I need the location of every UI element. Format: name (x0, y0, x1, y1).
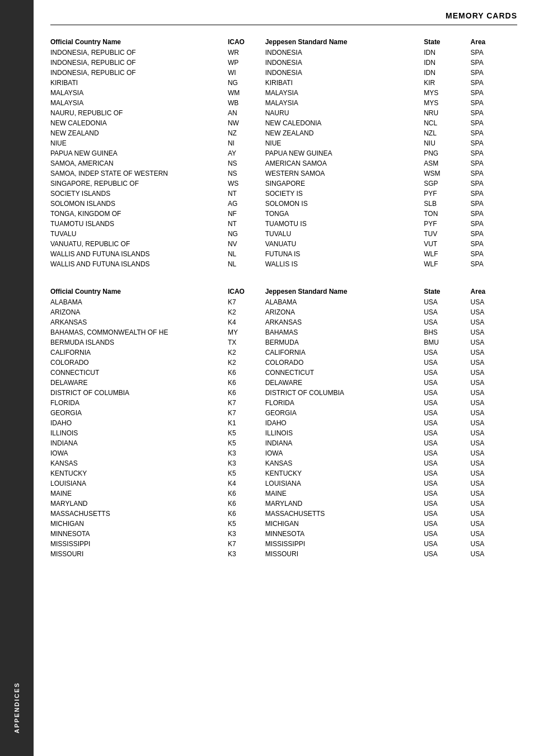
table-row: MASSACHUSETTS K6 MASSACHUSETTS USA USA (50, 509, 517, 519)
cell-country: WALLIS AND FUTUNA ISLANDS (50, 259, 228, 269)
cell-area: SPA (471, 199, 517, 209)
cell-icao: NI (228, 138, 265, 148)
cell-jeppesen: NAURU (265, 108, 424, 118)
cell-area: SPA (471, 68, 517, 78)
cell-state: IDN (424, 68, 470, 78)
cell-state: WSM (424, 168, 470, 179)
cell-state: USA (424, 378, 470, 388)
table-row: MISSOURI K3 MISSOURI USA USA (50, 549, 517, 559)
cell-country: TONGA, KINGDOM OF (50, 209, 228, 219)
cell-country: SOLOMON ISLANDS (50, 199, 228, 209)
cell-area: USA (471, 539, 517, 549)
cell-state: USA (424, 438, 470, 448)
table-row: PAPUA NEW GUINEA AY PAPUA NEW GUINEA PNG… (50, 148, 517, 158)
cell-jeppesen: MINNESOTA (265, 529, 424, 539)
section1-table: Official Country Name ICAO Jeppesen Stan… (50, 36, 517, 269)
table-row: MINNESOTA K3 MINNESOTA USA USA (50, 529, 517, 539)
cell-state: TON (424, 209, 470, 219)
cell-area: USA (471, 438, 517, 448)
table-row: SAMOA, INDEP STATE OF WESTERN NS WESTERN… (50, 168, 517, 179)
col2-header-icao: ICAO (228, 286, 265, 297)
cell-area: USA (471, 348, 517, 358)
cell-area: USA (471, 489, 517, 499)
col-header-area: Area (471, 36, 517, 48)
cell-icao: K7 (228, 297, 265, 307)
table-row: SAMOA, AMERICAN NS AMERICAN SAMOA ASM SP… (50, 158, 517, 168)
cell-icao: K5 (228, 519, 265, 529)
cell-country: SOCIETY ISLANDS (50, 189, 228, 199)
cell-icao: K5 (228, 468, 265, 478)
cell-area: SPA (471, 108, 517, 118)
cell-country: COLORADO (50, 358, 228, 368)
page-container: APPENDICES MEMORY CARDS Official Country… (0, 0, 534, 756)
cell-area: USA (471, 388, 517, 398)
cell-state: SGP (424, 179, 470, 189)
cell-area: USA (471, 478, 517, 489)
section2-header-row: Official Country Name ICAO Jeppesen Stan… (50, 286, 517, 297)
cell-jeppesen: MALAYSIA (265, 88, 424, 98)
cell-country: SINGAPORE, REPUBLIC OF (50, 179, 228, 189)
cell-jeppesen: CONNECTICUT (265, 368, 424, 378)
cell-state: USA (424, 388, 470, 398)
cell-state: SLB (424, 199, 470, 209)
cell-jeppesen: VANUATU (265, 239, 424, 249)
cell-jeppesen: PAPUA NEW GUINEA (265, 148, 424, 158)
cell-jeppesen: DELAWARE (265, 378, 424, 388)
section2-table: Official Country Name ICAO Jeppesen Stan… (50, 286, 517, 559)
cell-area: SPA (471, 229, 517, 239)
cell-jeppesen: COLORADO (265, 358, 424, 368)
table-row: SOLOMON ISLANDS AG SOLOMON IS SLB SPA (50, 199, 517, 209)
cell-jeppesen: NEW ZEALAND (265, 128, 424, 138)
cell-jeppesen: GEORGIA (265, 408, 424, 418)
col-header-jeppesen: Jeppesen Standard Name (265, 36, 424, 48)
cell-jeppesen: NIUE (265, 138, 424, 148)
cell-jeppesen: MARYLAND (265, 499, 424, 509)
cell-state: ASM (424, 158, 470, 168)
cell-state: USA (424, 408, 470, 418)
cell-country: INDONESIA, REPUBLIC OF (50, 68, 228, 78)
cell-icao: NT (228, 219, 265, 229)
cell-state: USA (424, 489, 470, 499)
cell-state: PYF (424, 189, 470, 199)
section1-header-row: Official Country Name ICAO Jeppesen Stan… (50, 36, 517, 48)
cell-area: USA (471, 519, 517, 529)
cell-area: USA (471, 509, 517, 519)
table-row: INDONESIA, REPUBLIC OF WR INDONESIA IDN … (50, 48, 517, 58)
table-row: NAURU, REPUBLIC OF AN NAURU NRU SPA (50, 108, 517, 118)
cell-state: NCL (424, 118, 470, 128)
cell-jeppesen: MICHIGAN (265, 519, 424, 529)
cell-icao: K7 (228, 408, 265, 418)
table-row: INDIANA K5 INDIANA USA USA (50, 438, 517, 448)
cell-jeppesen: MALAYSIA (265, 98, 424, 108)
table-row: KIRIBATI NG KIRIBATI KIR SPA (50, 78, 517, 88)
table-row: MAINE K6 MAINE USA USA (50, 489, 517, 499)
cell-country: TUAMOTU ISLANDS (50, 219, 228, 229)
cell-icao: K1 (228, 418, 265, 428)
cell-area: USA (471, 317, 517, 327)
cell-state: WLF (424, 259, 470, 269)
cell-state: USA (424, 529, 470, 539)
cell-icao: NF (228, 209, 265, 219)
cell-icao: K6 (228, 388, 265, 398)
cell-jeppesen: ALABAMA (265, 297, 424, 307)
cell-icao: K4 (228, 317, 265, 327)
page-title: MEMORY CARDS (446, 11, 517, 20)
table-row: MALAYSIA WM MALAYSIA MYS SPA (50, 88, 517, 98)
table-row: MISSISSIPPI K7 MISSISSIPPI USA USA (50, 539, 517, 549)
cell-country: MISSISSIPPI (50, 539, 228, 549)
table-row: BERMUDA ISLANDS TX BERMUDA BMU USA (50, 337, 517, 348)
cell-icao: NL (228, 249, 265, 259)
cell-state: IDN (424, 58, 470, 68)
cell-state: USA (424, 297, 470, 307)
table-row: WALLIS AND FUTUNA ISLANDS NL FUTUNA IS W… (50, 249, 517, 259)
cell-jeppesen: ILLINOIS (265, 428, 424, 438)
cell-area: SPA (471, 78, 517, 88)
cell-icao: K3 (228, 529, 265, 539)
cell-area: SPA (471, 219, 517, 229)
cell-icao: NT (228, 189, 265, 199)
cell-icao: WI (228, 68, 265, 78)
cell-country: NEW ZEALAND (50, 128, 228, 138)
table-row: KENTUCKY K5 KENTUCKY USA USA (50, 468, 517, 478)
cell-jeppesen: INDONESIA (265, 48, 424, 58)
cell-area: SPA (471, 48, 517, 58)
